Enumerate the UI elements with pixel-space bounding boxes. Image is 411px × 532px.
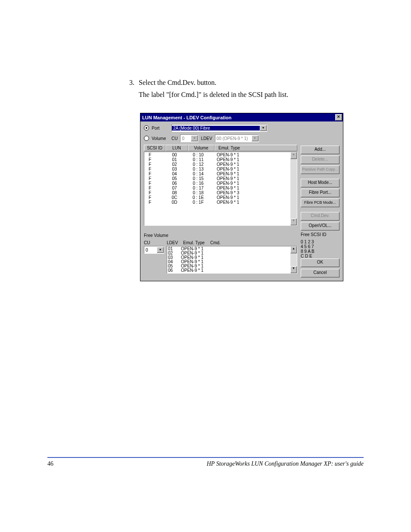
chevron-down-icon: ▼ [191, 135, 198, 141]
table-row[interactable]: F030 : 13OPEN-9 * 1 [145, 167, 290, 171]
fibre-port-button[interactable]: Fibre Port... [301, 189, 339, 197]
table-row[interactable]: F0D0 : 1FOPEN-9 * 1 [145, 200, 290, 205]
fv-cu-combo[interactable]: 0 ▼ [144, 246, 164, 254]
titlebar: LUN Management - LDEV Configuration ✕ [140, 113, 343, 121]
table-row[interactable]: F070 : 17OPEN-9 * 1 [145, 186, 290, 190]
fv-cmd-label: Cmd. [210, 240, 221, 245]
table-row[interactable]: F080 : 18OPEN-9 * 3 [145, 190, 290, 195]
radio-volume[interactable] [144, 136, 149, 141]
passive-path-copy-button: Passive Path Copy... [301, 165, 339, 174]
volume-label: Volume [152, 136, 169, 141]
free-scsi-grid: 0 1 2 3 4 5 6 7 8 9 A B C D E [301, 240, 339, 258]
cmd-dev-button: Cmd.Dev. [301, 212, 339, 221]
cancel-button[interactable]: Cancel [301, 269, 339, 277]
header-emul: Emul. Type [215, 145, 297, 151]
scroll-down-icon[interactable]: ▼ [290, 266, 297, 273]
scsi-path-list[interactable]: F000 : 10OPEN-9 * 1F010 : 11OPEN-9 * 1F0… [144, 152, 297, 226]
port-combo[interactable]: 2A (Mode 00) Fibre ▼ [171, 124, 267, 132]
ok-button[interactable]: OK [301, 258, 339, 267]
table-row[interactable]: F000 : 10OPEN-9 * 1 [145, 152, 290, 157]
dialog-window: LUN Management - LDEV Configuration ✕ Po… [140, 113, 343, 281]
list-item[interactable]: 06OPEN-9 * 1 [168, 268, 290, 273]
ldev-value: 00 (OPEN-9 * 1) [215, 136, 252, 141]
delete-button: Delete... [301, 156, 339, 164]
table-row[interactable]: F050 : 15OPEN-9 * 1 [145, 176, 290, 181]
id-row: 0 1 2 3 [301, 240, 339, 244]
free-volume-title: Free Volume [144, 233, 297, 238]
free-volume-list[interactable]: 01OPEN-9 * 102OPEN-9 * 103OPEN-9 * 104OP… [167, 246, 297, 274]
chevron-down-icon: ▼ [252, 135, 258, 141]
id-row: 8 9 A B [301, 249, 339, 254]
table-row[interactable]: F040 : 14OPEN-9 * 1 [145, 171, 290, 176]
chevron-down-icon[interactable]: ▼ [260, 125, 267, 131]
step-text-1: Select the Cmd.Dev. button. [139, 79, 216, 86]
step-text-2: The label "[for Cmd.]" is deleted in the… [139, 90, 364, 100]
step-number: 3. [129, 78, 139, 88]
id-row: C D E [301, 254, 339, 258]
fv-emul-label: Emul. Type [183, 240, 207, 245]
page-number: 46 [47, 460, 53, 467]
add-button[interactable]: Add... [301, 146, 339, 154]
scrollbar[interactable]: ▲ ▼ [290, 246, 297, 273]
ldev-label: LDEV [201, 136, 212, 141]
fv-cu-label: CU [144, 240, 163, 245]
free-scsi-title: Free SCSI ID [301, 232, 339, 237]
instruction-block: 3.Select the Cmd.Dev. button. The label … [129, 78, 364, 100]
scroll-down-icon[interactable]: ▼ [290, 218, 297, 225]
scroll-up-icon[interactable]: ▲ [290, 246, 297, 253]
id-row: 4 5 6 7 [301, 244, 339, 249]
port-value: 2A (Mode 00) Fibre [172, 126, 260, 131]
fv-cu-value: 0 [144, 248, 157, 252]
footer-title: HP StorageWorks LUN Configuration Manage… [207, 460, 364, 467]
port-label: Port [152, 126, 169, 131]
host-mode-button[interactable]: Host Mode... [301, 179, 339, 187]
ldev-combo: 00 (OPEN-9 * 1) ▼ [215, 134, 259, 142]
scrollbar[interactable]: ▲ ▼ [290, 152, 297, 225]
close-icon[interactable]: ✕ [335, 114, 342, 121]
radio-port[interactable] [144, 125, 149, 131]
header-lun[interactable]: LUN [165, 145, 188, 151]
cu-label: CU [171, 136, 177, 141]
table-row[interactable]: F010 : 11OPEN-9 * 1 [145, 157, 290, 162]
chevron-down-icon[interactable]: ▼ [157, 247, 164, 253]
cu-value: 0 [181, 136, 191, 141]
fibre-pcb-mode-button[interactable]: Fibre PCB Mode... [301, 199, 339, 207]
table-row[interactable]: F020 : 12OPEN-9 * 1 [145, 162, 290, 167]
table-row[interactable]: F0C0 : 1EOPEN-9 * 1 [145, 195, 290, 200]
table-row[interactable]: F060 : 16OPEN-9 * 1 [145, 181, 290, 186]
dialog-title: LUN Management - LDEV Configuration [142, 115, 231, 120]
header-scsi[interactable]: SCSI ID [144, 145, 165, 151]
page-footer: 46 HP StorageWorks LUN Configuration Man… [47, 457, 364, 467]
header-volume[interactable]: Volume [188, 145, 215, 151]
fv-ldev-label: LDEV [167, 240, 180, 245]
cu-combo: 0 ▼ [180, 134, 198, 142]
openvol-button[interactable]: OpenVOL... [301, 222, 339, 230]
scroll-up-icon[interactable]: ▲ [290, 152, 297, 159]
